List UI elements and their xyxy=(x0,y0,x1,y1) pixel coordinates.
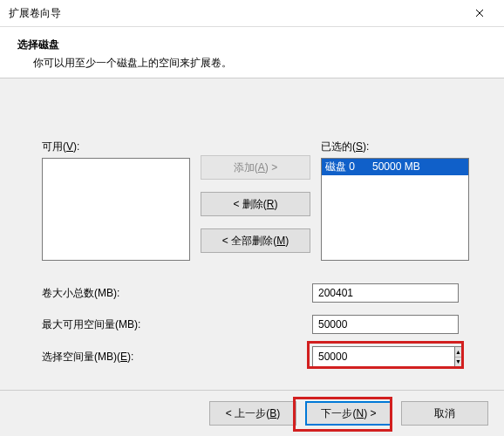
select-size-label: 选择空间量(MB)(E): xyxy=(42,350,312,364)
spinner-buttons: ▲ ▼ xyxy=(454,346,462,367)
window-title: 扩展卷向导 xyxy=(9,6,61,21)
add-button[interactable]: 添加(A) > xyxy=(201,155,310,180)
wizard-window: 扩展卷向导 选择磁盘 你可以用至少一个磁盘上的空间来扩展卷。 可用(V): 添加… xyxy=(0,0,504,436)
selected-listbox[interactable]: 磁盘 0 50000 MB xyxy=(321,158,469,261)
header-title: 选择磁盘 xyxy=(17,37,495,52)
select-size-row: 选择空间量(MB)(E): ▲ ▼ xyxy=(42,346,487,367)
spinner-up-button[interactable]: ▲ xyxy=(455,347,461,358)
next-button[interactable]: 下一步(N) > xyxy=(305,401,392,426)
spinner-down-button[interactable]: ▼ xyxy=(455,358,461,367)
available-listbox[interactable] xyxy=(42,158,190,261)
wizard-body: 可用(V): 添加(A) > < 删除(R) < 全部删除(M) 已选的(S): xyxy=(0,78,504,388)
back-button[interactable]: < 上一步(B) xyxy=(209,401,296,426)
max-size-row: 最大可用空间量(MB): 50000 xyxy=(42,315,487,334)
max-size-label: 最大可用空间量(MB): xyxy=(42,317,312,332)
selected-label: 已选的(S): xyxy=(321,140,469,154)
cancel-button[interactable]: 取消 xyxy=(401,401,488,426)
titlebar: 扩展卷向导 xyxy=(0,0,504,27)
transfer-buttons: 添加(A) > < 删除(R) < 全部删除(M) xyxy=(201,155,310,253)
remove-all-button[interactable]: < 全部删除(M) xyxy=(201,228,310,253)
select-size-input[interactable] xyxy=(312,346,454,367)
available-column: 可用(V): xyxy=(42,140,190,261)
size-fields: 卷大小总数(MB): 200401 最大可用空间量(MB): 50000 选择空… xyxy=(42,283,487,367)
remove-button[interactable]: < 删除(R) xyxy=(201,192,310,216)
total-size-row: 卷大小总数(MB): 200401 xyxy=(42,283,487,303)
wizard-footer: < 上一步(B) 下一步(N) > 取消 xyxy=(0,390,504,436)
close-button[interactable] xyxy=(462,1,497,25)
close-icon xyxy=(475,9,484,17)
wizard-header: 选择磁盘 你可以用至少一个磁盘上的空间来扩展卷。 xyxy=(0,27,504,78)
header-subtitle: 你可以用至少一个磁盘上的空间来扩展卷。 xyxy=(33,56,495,71)
available-label: 可用(V): xyxy=(42,140,190,154)
total-size-label: 卷大小总数(MB): xyxy=(42,286,312,301)
select-size-spinner: ▲ ▼ xyxy=(312,346,459,367)
selected-disk-item[interactable]: 磁盘 0 50000 MB xyxy=(322,159,468,175)
selected-column: 已选的(S): 磁盘 0 50000 MB xyxy=(321,140,469,261)
total-size-value: 200401 xyxy=(312,283,459,303)
max-size-value: 50000 xyxy=(312,315,459,334)
disk-selection-row: 可用(V): 添加(A) > < 删除(R) < 全部删除(M) 已选的(S): xyxy=(42,140,487,261)
